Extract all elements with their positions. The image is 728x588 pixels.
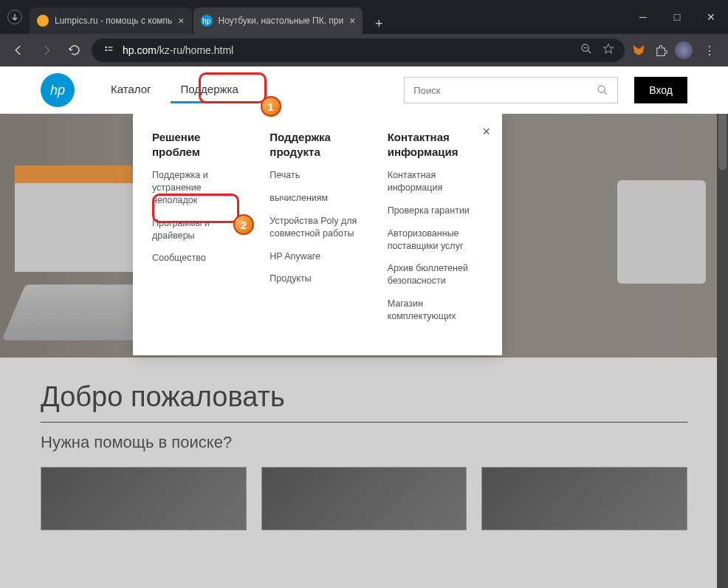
dropdown-col-product: Поддержка продукта Печать вычислениям Ус… [269, 130, 365, 333]
minimize-button[interactable]: ─ [626, 0, 660, 34]
dd-link-compute[interactable]: вычислениям [269, 192, 365, 205]
zoom-icon[interactable] [580, 43, 592, 58]
dd-link-authorized[interactable]: Авторизованные поставщики услуг [388, 228, 483, 253]
support-dropdown: × Решение проблем Поддержка и устранение… [133, 114, 502, 355]
dd-link-bulletins[interactable]: Архив бюллетеней безопасности [388, 262, 483, 287]
dd-title: Контактная информация [388, 130, 483, 159]
dd-link-print[interactable]: Печать [269, 169, 365, 182]
dd-title: Решение проблем [152, 130, 247, 159]
annotation-badge-1: 1 [261, 96, 281, 117]
bookmark-icon[interactable] [602, 43, 614, 58]
window-titlebar: Lumpics.ru - помощь с компь × hp Ноутбук… [0, 0, 728, 34]
browser-tab-lumpics[interactable]: Lumpics.ru - помощь с компь × [30, 7, 192, 34]
maximize-button[interactable]: □ [660, 0, 694, 34]
dd-link-warranty[interactable]: Проверка гарантии [388, 205, 483, 217]
forward-button[interactable] [35, 39, 58, 61]
dd-link-contact[interactable]: Контактная информация [388, 169, 483, 194]
tab-title: Lumpics.ru - помощь с компь [55, 16, 172, 26]
annotation-box-2 [152, 194, 239, 223]
close-window-button[interactable]: ✕ [694, 0, 728, 34]
annotation-badge-2: 2 [233, 214, 254, 235]
url-text: hp.com/kz-ru/home.html [123, 44, 233, 56]
new-tab-button[interactable]: + [368, 13, 389, 34]
dd-link-poly[interactable]: Устройства Poly для совместной работы [269, 215, 365, 240]
address-bar[interactable]: hp.com/kz-ru/home.html [92, 38, 625, 62]
window-controls: ─ □ ✕ [626, 0, 728, 34]
hp-search[interactable] [404, 77, 618, 103]
svg-point-0 [105, 49, 107, 52]
page-viewport: hp Каталог Поддержка 1 Вход × Решение пр… [0, 66, 728, 588]
tab-title: Ноутбуки, настольные ПК, при [219, 16, 344, 26]
dd-title: Поддержка продукта [269, 130, 365, 159]
search-icon[interactable] [597, 84, 608, 96]
site-info-icon[interactable] [102, 44, 115, 57]
favicon-hp: hp [201, 15, 213, 27]
svg-point-2 [105, 47, 107, 49]
hp-logo[interactable]: hp [41, 73, 75, 107]
profile-avatar[interactable] [675, 41, 693, 59]
favicon-lumpics [37, 15, 49, 27]
login-button[interactable]: Вход [634, 77, 687, 103]
dropdown-close-icon[interactable]: × [482, 124, 490, 140]
annotation-box-1 [199, 72, 267, 103]
close-icon[interactable]: × [349, 15, 355, 27]
dd-link-products[interactable]: Продукты [269, 273, 365, 285]
dropdown-col-contact: Контактная информация Контактная информа… [388, 130, 483, 333]
svg-point-7 [598, 86, 605, 92]
dropdown-col-troubleshoot: Решение проблем Поддержка и устранение н… [152, 130, 247, 333]
svg-rect-1 [108, 49, 112, 50]
menu-button[interactable]: ⋮ [698, 39, 721, 61]
reload-button[interactable] [63, 39, 86, 61]
search-input[interactable] [413, 85, 597, 96]
tab-search-button[interactable] [7, 10, 22, 24]
metamask-icon[interactable] [631, 42, 647, 58]
browser-tab-hp[interactable]: hp Ноутбуки, настольные ПК, при × [193, 7, 363, 34]
hp-nav: Каталог Поддержка 1 [100, 77, 249, 103]
svg-rect-3 [108, 47, 112, 47]
svg-line-8 [604, 92, 607, 95]
extensions-icon[interactable] [653, 42, 669, 58]
close-icon[interactable]: × [178, 15, 184, 27]
browser-tabs: Lumpics.ru - помощь с компь × hp Ноутбук… [30, 0, 626, 34]
nav-catalog[interactable]: Каталог [100, 77, 162, 103]
dd-link-store[interactable]: Магазин комплектующих [388, 298, 483, 323]
back-button[interactable] [7, 39, 30, 61]
dd-link-community[interactable]: Сообщество [152, 252, 247, 264]
hp-header: hp Каталог Поддержка 1 Вход [0, 66, 728, 114]
svg-line-5 [588, 50, 591, 53]
browser-toolbar: hp.com/kz-ru/home.html ⋮ [0, 34, 728, 66]
dd-link-anyware[interactable]: HP Anyware [269, 250, 365, 263]
